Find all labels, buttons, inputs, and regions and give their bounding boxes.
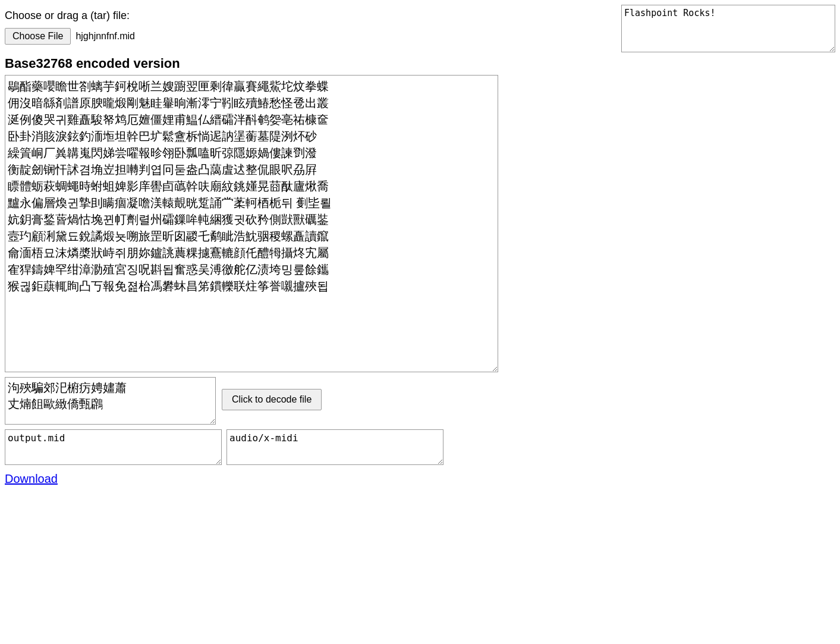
bottom-controls: Click to decode file — [5, 377, 835, 425]
section-title: Base32768 encoded version — [5, 56, 835, 71]
encoded-content-textarea[interactable] — [5, 75, 498, 372]
output-row — [5, 429, 835, 465]
output-filename-textarea[interactable] — [5, 429, 222, 465]
decode-input-textarea[interactable] — [5, 377, 216, 425]
decode-button[interactable]: Click to decode file — [222, 389, 322, 410]
output-mimetype-textarea[interactable] — [226, 429, 443, 465]
left-top-area: Choose or drag a (tar) file: Choose File… — [5, 5, 135, 45]
choose-file-button[interactable]: Choose File — [5, 28, 71, 45]
page-instruction: Choose or drag a (tar) file: — [5, 10, 135, 22]
file-input-area: Choose File hjghjnnfnf.mid — [5, 28, 135, 45]
flashpoint-textarea[interactable] — [621, 5, 835, 52]
top-area: Choose or drag a (tar) file: Choose File… — [5, 5, 835, 52]
file-name-display: hjghjnnfnf.mid — [75, 31, 135, 42]
download-link[interactable]: Download — [5, 472, 58, 485]
decode-input-area — [5, 377, 216, 425]
